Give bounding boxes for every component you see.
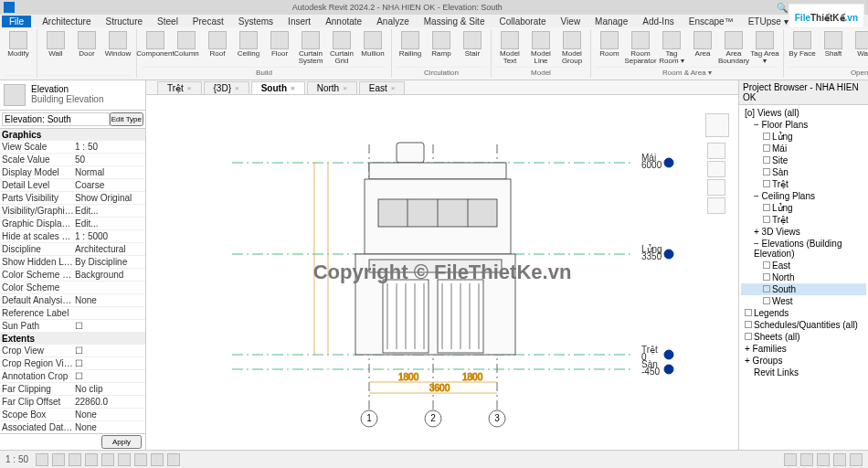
ribbon-component-button[interactable]: Component bbox=[141, 29, 170, 58]
ribbon-curtainsystem-button[interactable]: Curtain System bbox=[296, 29, 325, 65]
ribbon-modelline-button[interactable]: Model Line bbox=[526, 29, 556, 65]
prop-row[interactable]: Far ClippingNo clip bbox=[0, 383, 145, 396]
browser-node[interactable]: − Floor Plans bbox=[741, 119, 866, 131]
ribbon-byface-button[interactable]: By Face bbox=[788, 29, 817, 58]
browser-node[interactable]: South bbox=[741, 283, 866, 295]
ribbon-railing-button[interactable]: Railing bbox=[396, 29, 425, 58]
menu-annotate[interactable]: Annotate bbox=[322, 16, 365, 27]
edit-type-button[interactable]: Edit Type bbox=[110, 112, 143, 126]
prop-row[interactable]: Detail LevelCoarse bbox=[0, 179, 145, 192]
view-tab-east[interactable]: East× bbox=[359, 81, 406, 94]
ribbon-tagroom-button[interactable]: Tag Room ▾ bbox=[657, 29, 686, 65]
browser-node[interactable]: Sàn bbox=[741, 166, 866, 178]
close-tab-icon[interactable]: × bbox=[343, 84, 347, 92]
status-icons-right[interactable] bbox=[784, 453, 863, 466]
ribbon-wall-button[interactable]: Wall bbox=[850, 29, 868, 58]
drawing-viewport[interactable]: 1 2 3 Mái6000 Lửng3350 Trệt0 Sàn-450 bbox=[146, 95, 738, 450]
prop-row[interactable]: View Scale1 : 50 bbox=[0, 141, 145, 154]
ribbon-roomseparator-button[interactable]: Room Separator bbox=[626, 29, 655, 65]
ribbon-ceiling-button[interactable]: Ceiling bbox=[234, 29, 263, 58]
menu-steel[interactable]: Steel bbox=[153, 16, 182, 27]
prop-row[interactable]: Display ModelNormal bbox=[0, 166, 145, 179]
browser-node[interactable]: West bbox=[741, 295, 866, 307]
browser-node[interactable]: Trệt bbox=[741, 214, 866, 226]
ribbon-column-button[interactable]: Column bbox=[172, 29, 201, 58]
ribbon-door-button[interactable]: Door bbox=[72, 29, 101, 58]
view-control-bar[interactable] bbox=[36, 453, 180, 466]
ribbon-areaboundary-button[interactable]: Area Boundary bbox=[719, 29, 748, 65]
browser-node[interactable]: − Elevations (Building Elevation) bbox=[741, 238, 866, 260]
ribbon-floor-button[interactable]: Floor bbox=[265, 29, 294, 58]
menu-etupse[interactable]: ETUpse ▾ bbox=[745, 16, 792, 27]
ribbon-modeltext-button[interactable]: Model Text bbox=[495, 29, 524, 65]
prop-row[interactable]: Visibility/Graphics Overrid..Edit... bbox=[0, 205, 145, 218]
prop-row[interactable]: DisciplineArchitectural bbox=[0, 243, 145, 256]
ribbon-ramp-button[interactable]: Ramp bbox=[427, 29, 456, 58]
prop-row[interactable]: Associated DatumNone bbox=[0, 421, 145, 433]
view-tab-south[interactable]: South× bbox=[251, 81, 305, 94]
scale-display[interactable]: 1 : 50 bbox=[5, 454, 28, 464]
ribbon-room-button[interactable]: Room bbox=[595, 29, 624, 58]
prop-row[interactable]: Hide at scales coarser than1 : 5000 bbox=[0, 230, 145, 243]
prop-row[interactable]: Scope BoxNone bbox=[0, 409, 145, 421]
menu-view[interactable]: View bbox=[557, 16, 585, 27]
menu-structure[interactable]: Structure bbox=[101, 16, 146, 27]
browser-node[interactable]: Lửng bbox=[741, 131, 866, 143]
prop-row[interactable]: Color Scheme bbox=[0, 282, 145, 294]
menu-collaborate[interactable]: Collaborate bbox=[495, 16, 549, 27]
close-tab-icon[interactable]: × bbox=[291, 84, 295, 92]
menu-systems[interactable]: Systems bbox=[235, 16, 277, 27]
menu-massingsite[interactable]: Massing & Site bbox=[420, 16, 489, 27]
file-tab[interactable]: File bbox=[2, 16, 31, 27]
prop-row[interactable]: Reference Label bbox=[0, 307, 145, 320]
prop-row[interactable]: Parts VisibilityShow Original bbox=[0, 192, 145, 205]
browser-node[interactable]: − Ceiling Plans bbox=[741, 190, 866, 202]
prop-row[interactable]: Default Analysis Display S..None bbox=[0, 294, 145, 307]
ribbon-shaft-button[interactable]: Shaft bbox=[819, 29, 848, 58]
browser-node[interactable]: East bbox=[741, 260, 866, 271]
prop-row[interactable]: Annotation Crop☐ bbox=[0, 370, 145, 383]
view-tab-north[interactable]: North× bbox=[307, 81, 357, 94]
nav-bar[interactable] bbox=[707, 143, 727, 216]
browser-node[interactable]: Revit Links bbox=[741, 367, 866, 378]
menu-insert[interactable]: Insert bbox=[284, 16, 314, 27]
ribbon-wall-button[interactable]: Wall bbox=[41, 29, 70, 58]
ribbon-curtaingrid-button[interactable]: Curtain Grid bbox=[327, 29, 356, 65]
browser-node[interactable]: Schedules/Quantities (all) bbox=[741, 319, 866, 331]
browser-node[interactable]: Trệt bbox=[741, 178, 866, 190]
browser-node[interactable]: Legends bbox=[741, 307, 866, 319]
prop-row[interactable]: Color Scheme LocationBackground bbox=[0, 269, 145, 282]
browser-node[interactable]: + Groups bbox=[741, 355, 866, 367]
prop-row[interactable]: Graphic Display OptionsEdit... bbox=[0, 218, 145, 230]
menu-architecture[interactable]: Architecture bbox=[38, 16, 94, 27]
ribbon-modify-button[interactable]: Modify bbox=[4, 29, 33, 58]
browser-node[interactable]: Mái bbox=[741, 143, 866, 154]
prop-row[interactable]: Crop View☐ bbox=[0, 345, 145, 357]
browser-node[interactable]: + 3D Views bbox=[741, 226, 866, 238]
apply-button[interactable]: Apply bbox=[101, 435, 142, 449]
view-tab-3d[interactable]: {3D}× bbox=[204, 81, 249, 94]
ribbon-window-button[interactable]: Window bbox=[103, 29, 132, 58]
menu-analyze[interactable]: Analyze bbox=[373, 16, 413, 27]
close-tab-icon[interactable]: × bbox=[235, 84, 239, 92]
menu-precast[interactable]: Precast bbox=[189, 16, 228, 27]
browser-node[interactable]: Site bbox=[741, 154, 866, 166]
ribbon-modelgroup-button[interactable]: Model Group bbox=[557, 29, 587, 65]
menu-enscape[interactable]: Enscape™ bbox=[685, 16, 737, 27]
prop-row[interactable]: Show Hidden LinesBy Discipline bbox=[0, 256, 145, 269]
browser-node[interactable]: North bbox=[741, 271, 866, 283]
prop-row[interactable]: Far Clip Offset22860.0 bbox=[0, 396, 145, 409]
prop-row[interactable]: Scale Value50 bbox=[0, 154, 145, 166]
browser-node[interactable]: Sheets (all) bbox=[741, 331, 866, 343]
ribbon-stair-button[interactable]: Stair bbox=[458, 29, 487, 58]
menu-manage[interactable]: Manage bbox=[591, 16, 631, 27]
ribbon-area-button[interactable]: Area bbox=[688, 29, 717, 58]
close-tab-icon[interactable]: × bbox=[391, 84, 396, 92]
ribbon-mullion-button[interactable]: Mullion bbox=[358, 29, 387, 58]
view-tab-trt[interactable]: Trệt× bbox=[157, 81, 202, 94]
view-cube[interactable] bbox=[705, 113, 729, 137]
prop-row[interactable]: Sun Path☐ bbox=[0, 320, 145, 333]
close-tab-icon[interactable]: × bbox=[187, 84, 192, 92]
ribbon-tagarea-button[interactable]: Tag Area ▾ bbox=[750, 29, 779, 65]
browser-node[interactable]: + Families bbox=[741, 343, 866, 355]
